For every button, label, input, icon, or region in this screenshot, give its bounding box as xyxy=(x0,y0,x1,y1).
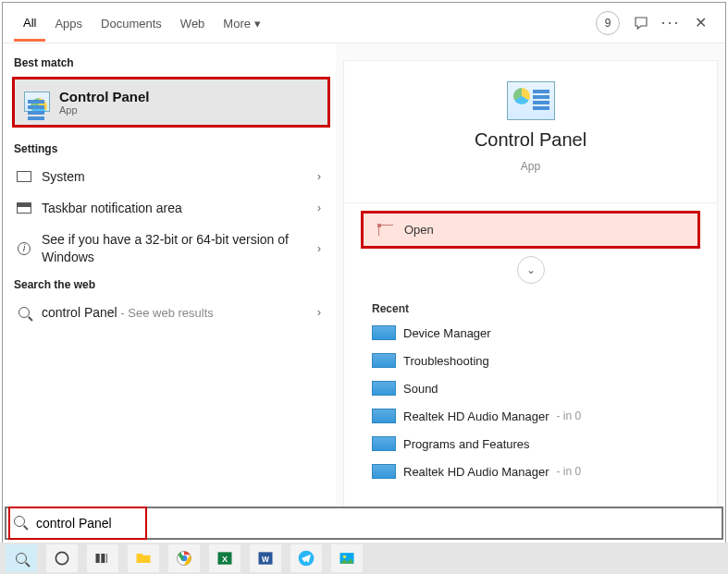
rewards-badge[interactable]: 9 xyxy=(596,11,620,35)
cpl-icon xyxy=(372,409,396,423)
taskbar-excel[interactable]: X xyxy=(209,544,241,572)
recent-item[interactable]: Realtek HD Audio Manager - in 0 xyxy=(366,402,700,430)
taskbar: X W xyxy=(0,543,728,574)
cpl-icon xyxy=(372,436,396,451)
more-options-icon[interactable] xyxy=(662,15,679,31)
expand-actions-button[interactable]: ⌄ xyxy=(517,256,545,284)
open-icon xyxy=(378,225,393,236)
open-label: Open xyxy=(404,223,434,237)
svg-text:W: W xyxy=(262,555,269,564)
recent-item[interactable]: Realtek HD Audio Manager - in 0 xyxy=(366,458,700,485)
taskbar-telegram[interactable] xyxy=(290,544,322,572)
section-best-match: Best match xyxy=(12,51,330,75)
recent-item[interactable]: Programs and Features xyxy=(366,430,700,458)
info-icon xyxy=(16,240,32,257)
taskbar-search-button[interactable] xyxy=(6,544,37,572)
svg-rect-2 xyxy=(101,554,105,563)
recent-item-suffix: - in 0 xyxy=(557,409,582,422)
recent-item-label: Troubleshooting xyxy=(403,354,489,368)
taskbar-photos[interactable] xyxy=(331,544,363,572)
chevron-right-icon xyxy=(317,306,327,319)
cpl-icon xyxy=(372,381,396,396)
tab-documents[interactable]: Documents xyxy=(92,6,171,40)
control-panel-icon xyxy=(507,81,555,120)
best-match-result[interactable]: Control Panel App xyxy=(12,77,330,128)
svg-text:X: X xyxy=(222,555,228,564)
svg-point-12 xyxy=(343,556,346,558)
chevron-right-icon xyxy=(317,202,327,214)
section-search-web: Search the web xyxy=(12,273,330,297)
web-search-label: control Panel - See web results xyxy=(42,304,308,322)
search-input[interactable] xyxy=(36,516,714,531)
tab-more[interactable]: More ▾ xyxy=(214,6,269,40)
settings-item-label: System xyxy=(42,168,308,185)
settings-item-system[interactable]: System xyxy=(12,161,330,192)
recent-item[interactable]: Sound xyxy=(366,374,700,402)
search-icon xyxy=(14,516,29,531)
chevron-down-icon: ▾ xyxy=(254,17,261,31)
recent-item[interactable]: Troubleshooting xyxy=(366,347,700,374)
taskbar-file-explorer[interactable] xyxy=(128,544,159,572)
preview-panel: Control Panel App Open ⌄ Recent Device M… xyxy=(336,43,725,510)
close-icon[interactable]: ✕ xyxy=(692,15,709,31)
tab-web[interactable]: Web xyxy=(171,6,215,40)
best-match-subtitle: App xyxy=(59,104,150,116)
taskbar-icon xyxy=(16,200,32,216)
recent-item-suffix: - in 0 xyxy=(557,465,582,478)
section-settings: Settings xyxy=(12,137,330,161)
svg-point-0 xyxy=(56,552,68,564)
taskbar-cortana-button[interactable] xyxy=(46,544,78,572)
settings-item-label: See if you have a 32-bit or 64-bit versi… xyxy=(42,231,308,264)
open-action[interactable]: Open xyxy=(361,211,700,249)
feedback-icon[interactable] xyxy=(633,15,649,31)
settings-item-taskbar[interactable]: Taskbar notification area xyxy=(12,192,330,224)
display-icon xyxy=(16,168,32,185)
taskbar-taskview-button[interactable] xyxy=(87,544,118,572)
tab-apps[interactable]: Apps xyxy=(45,6,92,40)
cpl-icon xyxy=(372,464,396,479)
web-search-item[interactable]: control Panel - See web results xyxy=(12,297,330,329)
search-icon xyxy=(16,304,32,321)
svg-rect-3 xyxy=(106,554,107,563)
tab-all[interactable]: All xyxy=(14,5,45,42)
recent-section-label: Recent xyxy=(344,291,717,319)
search-bar xyxy=(5,507,723,540)
chevron-right-icon xyxy=(317,242,327,255)
search-filter-tabs: All Apps Documents Web More ▾ 9 ✕ xyxy=(3,3,725,43)
settings-item-bitness[interactable]: See if you have a 32-bit or 64-bit versi… xyxy=(12,224,330,272)
svg-rect-1 xyxy=(96,554,100,563)
best-match-title: Control Panel xyxy=(59,89,150,104)
taskbar-word[interactable]: W xyxy=(250,544,281,572)
preview-title: Control Panel xyxy=(475,129,586,151)
recent-item[interactable]: Device Manager xyxy=(366,319,700,347)
taskbar-chrome[interactable] xyxy=(168,544,200,572)
cpl-icon xyxy=(372,353,396,368)
preview-subtitle: App xyxy=(521,160,540,173)
results-panel: Best match Control Panel App Settings Sy… xyxy=(3,43,336,510)
recent-item-label: Sound xyxy=(403,382,438,396)
chevron-right-icon xyxy=(317,170,327,183)
control-panel-icon xyxy=(24,92,50,114)
cpl-icon xyxy=(372,325,396,340)
recent-item-label: Programs and Features xyxy=(403,437,530,451)
recent-item-label: Realtek HD Audio Manager xyxy=(403,409,549,423)
settings-item-label: Taskbar notification area xyxy=(42,200,308,216)
recent-item-label: Device Manager xyxy=(403,326,491,340)
recent-list: Device Manager Troubleshooting Sound Rea… xyxy=(344,319,717,485)
recent-item-label: Realtek HD Audio Manager xyxy=(403,465,549,479)
